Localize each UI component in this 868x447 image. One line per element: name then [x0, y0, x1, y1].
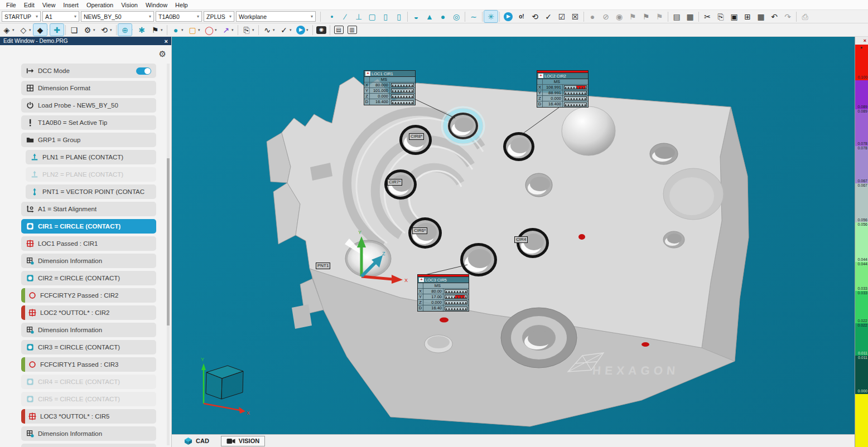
list-item[interactable]: CIR4 = CIRCLE (CONTACT): [21, 375, 156, 389]
cad-viewport[interactable]: HEXAGON Y X Z Y: [172, 37, 855, 434]
loc3-table[interactable]: +LOC3 CIR5MS X80.00 Y17.00 Z0.000 D16.40: [417, 274, 469, 312]
auto-feature-icon[interactable]: ✳: [484, 11, 498, 22]
list-item[interactable]: CIR3 = CIRCLE (CONTACT): [21, 340, 156, 354]
workplane-select[interactable]: ZPLUS▾: [204, 11, 234, 22]
list-item[interactable]: PLN2 = PLANE (CONTACT): [26, 167, 156, 182]
menu-file[interactable]: File: [2, 1, 20, 9]
close-icon[interactable]: ×: [165, 38, 168, 45]
snapshot-icon[interactable]: ◉: [315, 24, 328, 36]
menu-help[interactable]: Help: [171, 1, 192, 9]
tab-cad[interactable]: CAD: [179, 436, 214, 446]
list-item[interactable]: FCFCIRTY2 Passed : CIR2: [21, 288, 156, 303]
break-icon[interactable]: ⊘: [599, 11, 613, 22]
cylinder-feature-icon[interactable]: ◒: [409, 11, 423, 22]
list-item[interactable]: T1A0B0 = Set Active Tip: [21, 115, 156, 130]
optimize-path-icon[interactable]: ⚙: [81, 24, 94, 36]
copy-icon[interactable]: ⎘: [714, 11, 727, 22]
menu-edit[interactable]: Edit: [20, 1, 38, 9]
bookmark-icon[interactable]: ⚑: [626, 11, 639, 22]
list-item[interactable]: Dimension Information: [21, 426, 156, 441]
print-icon[interactable]: ⎙: [798, 11, 812, 22]
sphere-view-icon[interactable]: ●: [169, 24, 182, 36]
list-item[interactable]: CIR5 = CIRCLE (CONTACT): [21, 392, 156, 406]
close-colorscale-icon[interactable]: ×: [864, 38, 866, 43]
list-item[interactable]: PNT1 = VECTOR POINT (CONTAC: [26, 184, 156, 199]
feature-label[interactable]: CIR7*: [387, 179, 402, 186]
report-io-icon[interactable]: ▤: [332, 24, 345, 36]
menu-vision[interactable]: Vision: [117, 1, 142, 9]
square-slot-feature-icon[interactable]: ▯: [379, 11, 392, 22]
measurement-path-icon[interactable]: ∿: [261, 24, 274, 36]
menu-window[interactable]: Window: [142, 1, 171, 9]
list-item[interactable]: GRP1 = Group: [21, 133, 156, 147]
marked-sets-icon[interactable]: ☑: [555, 11, 568, 22]
feature-label[interactable]: CIR4: [514, 236, 528, 243]
tab-vision[interactable]: VISION: [221, 436, 265, 446]
list-item[interactable]: FCFCIRTY1 Passed : CIR3: [21, 357, 156, 372]
execute-from-cursor-icon[interactable]: o!: [515, 11, 528, 22]
fit-view-icon[interactable]: ✚: [50, 24, 64, 36]
redo-icon[interactable]: ↷: [781, 11, 794, 22]
feature-label[interactable]: CIR8*: [409, 133, 424, 140]
bookmark-add-icon[interactable]: ⚑: [639, 11, 653, 22]
report-template-icon[interactable]: ▦: [683, 11, 697, 22]
sphere-feature-icon[interactable]: ●: [436, 11, 450, 22]
undo-icon[interactable]: ↶: [768, 11, 781, 22]
list-item[interactable]: LOC2 *OUTTOL* : CIR2: [21, 305, 156, 320]
duplicate-icon[interactable]: ⎘: [240, 24, 253, 36]
list-item[interactable]: A1 = Start Alignment: [21, 202, 156, 216]
round-slot-feature-icon[interactable]: ▢: [365, 11, 379, 22]
cone-feature-icon[interactable]: ▲: [423, 11, 436, 22]
probe-file-select[interactable]: STARTUP▾: [2, 11, 41, 22]
stop-icon[interactable]: ●: [586, 11, 599, 22]
notch-feature-icon[interactable]: ▯: [392, 11, 406, 22]
loop-icon[interactable]: ⟲: [528, 11, 542, 22]
box-gauge-icon[interactable]: ▢: [186, 24, 199, 36]
workplane-label-select[interactable]: Workplane▾: [236, 11, 316, 22]
paste-pattern-icon[interactable]: ⊞: [741, 11, 754, 22]
menu-view[interactable]: View: [38, 1, 60, 9]
list-item[interactable]: LOC1 Passed : CIR1: [21, 236, 156, 251]
torus-feature-icon[interactable]: ◎: [450, 11, 463, 22]
list-item[interactable]: Dimension Format: [21, 81, 156, 95]
cut-icon[interactable]: ✂: [701, 11, 714, 22]
menu-insert[interactable]: Insert: [59, 1, 83, 9]
loc2-table[interactable]: +LOC2 CIR2MS X108.991 Y88.991 Z0.000 D16…: [537, 70, 589, 108]
list-item[interactable]: DCC Mode: [21, 64, 156, 78]
gear-icon[interactable]: ⚙: [159, 49, 166, 59]
tip-select[interactable]: T1A0B0▾: [156, 11, 202, 22]
dcc-mode-toggle[interactable]: [136, 67, 151, 75]
pattern-icon[interactable]: ▦: [754, 11, 768, 22]
list-item[interactable]: CIR1 = CIRCLE (CONTACT): [21, 219, 156, 234]
circle-gauge-icon[interactable]: ◯: [202, 24, 216, 36]
probe-mode-icon[interactable]: ✱: [135, 24, 148, 36]
view-setup-icon[interactable]: ◈: [0, 24, 13, 36]
translate-view-icon[interactable]: ⊕: [118, 24, 132, 36]
list-item[interactable]: CIR2 = CIRCLE (CONTACT): [21, 271, 156, 285]
report-window-icon[interactable]: ▤: [670, 11, 683, 22]
list-item[interactable]: Load Probe - NEW5_BY_50: [21, 98, 156, 113]
point-feature-icon[interactable]: •: [325, 11, 339, 22]
execute-icon[interactable]: ▶: [294, 24, 307, 36]
probe-select[interactable]: NEW5_BY_50▾: [81, 11, 154, 22]
paste-icon[interactable]: ▣: [727, 11, 741, 22]
loc1-table[interactable]: +LOC1 CIR1MS X80.000 Y101.000 Z0.000 D16…: [364, 70, 416, 105]
list-item[interactable]: LOC3 *OUTTOL* : CIR5: [21, 409, 156, 424]
list-item[interactable]: PLN1 = PLANE (CONTACT): [26, 150, 156, 164]
list-item[interactable]: Dimension Information: [21, 254, 156, 268]
clear-marks-icon[interactable]: ☒: [568, 11, 582, 22]
bookmark-remove-icon[interactable]: ⚑: [653, 11, 666, 22]
verify-icon[interactable]: ✓: [277, 24, 291, 36]
probe-options-icon[interactable]: ⚑: [148, 24, 162, 36]
wireframe-view-icon[interactable]: ◇: [17, 24, 30, 36]
solid-view-icon[interactable]: ◆: [33, 24, 47, 36]
continue-icon[interactable]: ◉: [613, 11, 626, 22]
menu-operation[interactable]: Operation: [83, 1, 117, 9]
plane-feature-icon[interactable]: ⊥: [352, 11, 365, 22]
list-item[interactable]: Dimension Information: [21, 323, 156, 337]
edit-window-scrollbar[interactable]: [167, 64, 170, 445]
quick-feature-icon[interactable]: ↗: [219, 24, 233, 36]
execute-program-icon[interactable]: ▶: [501, 11, 515, 22]
comment-icon[interactable]: ❏: [67, 24, 81, 36]
feature-label[interactable]: CIR6*: [412, 227, 427, 234]
